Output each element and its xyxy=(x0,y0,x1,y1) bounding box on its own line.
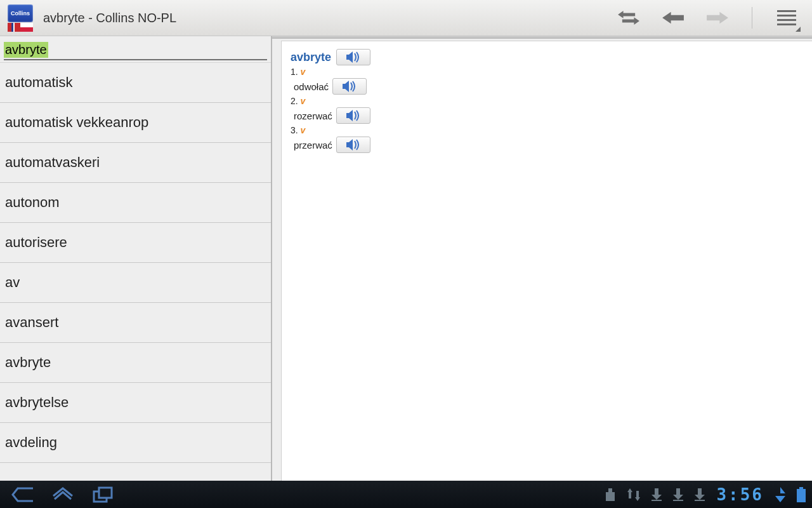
search-field-wrap: avbryte xyxy=(0,36,271,63)
list-item[interactable]: automatisk vekkeanrop xyxy=(0,103,271,143)
svg-rect-25 xyxy=(799,487,803,489)
action-bar: Collins avbryte - Collins NO-PL xyxy=(0,0,812,36)
svg-marker-21 xyxy=(695,495,705,500)
svg-marker-24 xyxy=(775,496,785,502)
svg-marker-0 xyxy=(618,11,635,18)
system-status-area[interactable]: 3:56 xyxy=(605,485,812,504)
arrow-right-icon xyxy=(707,11,728,25)
app-icon[interactable]: Collins xyxy=(5,3,36,33)
usb-debug-icon xyxy=(605,488,616,501)
svg-rect-26 xyxy=(797,489,806,502)
part-of-speech: v xyxy=(301,67,306,77)
svg-marker-5 xyxy=(343,81,349,92)
pronounce-headword-button[interactable] xyxy=(336,49,370,65)
svg-rect-20 xyxy=(698,488,702,495)
recents-icon xyxy=(93,486,114,503)
pronounce-translation-button[interactable] xyxy=(336,137,370,153)
swap-icon xyxy=(618,11,639,25)
svg-rect-14 xyxy=(655,488,658,495)
list-item[interactable]: avdeling xyxy=(0,423,271,463)
svg-marker-23 xyxy=(780,487,785,493)
search-input-value: avbryte xyxy=(4,42,48,58)
svg-marker-12 xyxy=(627,488,632,498)
sense-number: 1. v xyxy=(291,67,803,77)
swap-languages-button[interactable] xyxy=(616,5,641,30)
list-item[interactable]: avbryte xyxy=(0,343,271,383)
svg-marker-3 xyxy=(707,12,728,24)
history-forward-button[interactable] xyxy=(705,5,730,30)
part-of-speech: v xyxy=(301,96,306,106)
svg-marker-7 xyxy=(346,139,353,150)
svg-rect-22 xyxy=(695,500,705,501)
part-of-speech: v xyxy=(301,125,306,135)
app-icon-flags xyxy=(8,23,33,32)
home-icon xyxy=(52,487,74,502)
system-clock: 3:56 xyxy=(716,485,764,504)
action-buttons xyxy=(616,5,807,30)
arrow-left-icon xyxy=(662,11,684,25)
list-item[interactable]: av xyxy=(0,263,271,303)
svg-rect-10 xyxy=(608,488,612,492)
speaker-icon xyxy=(346,51,360,63)
svg-rect-9 xyxy=(99,488,112,498)
menu-button[interactable] xyxy=(774,5,799,30)
download-icon xyxy=(652,488,662,501)
page-title: avbryte - Collins NO-PL xyxy=(43,11,176,25)
list-item[interactable]: autorisere xyxy=(0,223,271,263)
svg-marker-1 xyxy=(622,17,639,25)
svg-marker-2 xyxy=(662,12,684,24)
sense-number: 3. v xyxy=(291,125,803,135)
translation: rozerwać xyxy=(291,110,332,121)
list-item[interactable]: automatisk xyxy=(0,63,271,103)
system-navigation-bar: 3:56 xyxy=(0,481,812,508)
entry-card: avbryte 1. v odwołać xyxy=(281,41,812,481)
collins-badge: Collins xyxy=(8,4,33,22)
download-icon xyxy=(695,488,705,501)
speaker-icon xyxy=(346,139,360,150)
history-back-button[interactable] xyxy=(660,5,686,30)
system-recents-button[interactable] xyxy=(93,486,114,503)
system-back-button[interactable] xyxy=(11,486,33,503)
svg-marker-18 xyxy=(673,495,683,500)
svg-rect-19 xyxy=(673,500,683,501)
translation: przerwać xyxy=(291,140,332,150)
svg-marker-13 xyxy=(635,491,640,501)
svg-marker-6 xyxy=(346,110,353,121)
headword: avbryte xyxy=(291,51,331,64)
sense-number: 2. v xyxy=(291,96,803,106)
menu-icon xyxy=(777,10,796,25)
download-icon xyxy=(673,488,683,501)
pronounce-translation-button[interactable] xyxy=(336,107,370,124)
translation: odwołać xyxy=(291,81,329,92)
entry-panel: avbryte 1. v odwołać xyxy=(272,36,812,481)
speaker-icon xyxy=(343,81,357,92)
word-list-panel: avbryte automatisk automatisk vekkeanrop… xyxy=(0,36,272,481)
back-icon xyxy=(11,487,33,502)
word-list: automatisk automatisk vekkeanrop automat… xyxy=(0,63,271,481)
system-home-button[interactable] xyxy=(52,486,74,503)
svg-marker-4 xyxy=(346,51,353,63)
wifi-icon xyxy=(775,487,785,502)
battery-icon xyxy=(797,487,806,502)
speaker-icon xyxy=(346,110,360,121)
pronounce-translation-button[interactable] xyxy=(332,78,367,95)
svg-rect-17 xyxy=(676,488,680,495)
list-item[interactable]: avansert xyxy=(0,303,271,343)
search-input[interactable]: avbryte xyxy=(4,39,267,60)
svg-rect-11 xyxy=(606,492,615,501)
svg-rect-16 xyxy=(652,500,662,501)
upload-download-icon xyxy=(627,488,640,501)
list-item[interactable]: automatvaskeri xyxy=(0,143,271,183)
svg-marker-15 xyxy=(652,495,662,500)
list-item[interactable]: avbrytelse xyxy=(0,383,271,423)
list-item[interactable]: autonom xyxy=(0,183,271,223)
action-divider xyxy=(752,7,752,29)
